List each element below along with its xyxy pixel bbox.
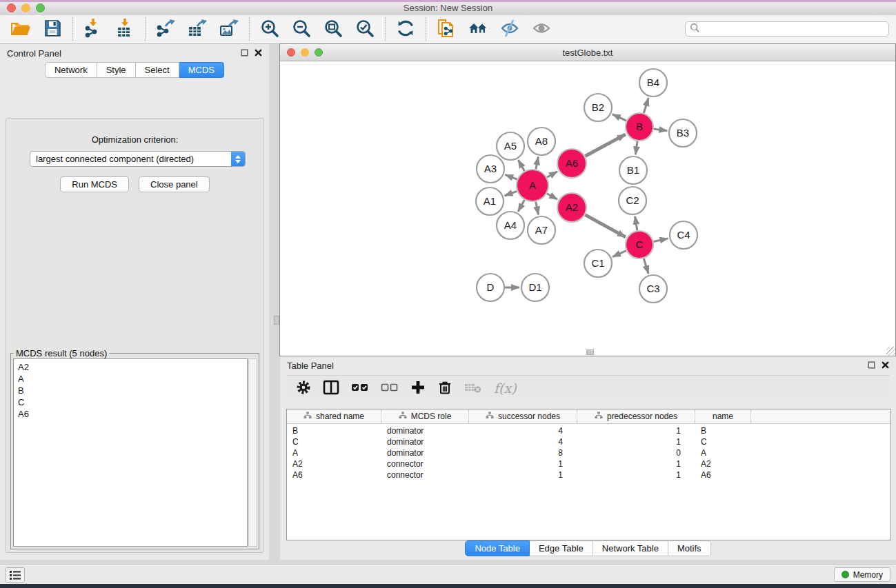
edge-A-A5[interactable] bbox=[518, 160, 524, 171]
float-panel-icon[interactable] bbox=[241, 48, 248, 59]
cell-predecessor-nodes[interactable]: 0 bbox=[577, 448, 695, 458]
canvas-hscroll-thumb[interactable] bbox=[586, 349, 594, 355]
cell-shared-name[interactable]: A6 bbox=[287, 470, 381, 480]
export-network-button[interactable] bbox=[153, 17, 178, 41]
network-graph[interactable]: A A1 A3 A5 A8 A4 A7 A6 A2 B B1 B2 B3 bbox=[280, 61, 895, 356]
mcds-result-item[interactable]: A bbox=[18, 373, 243, 385]
show-all-button[interactable] bbox=[529, 17, 554, 41]
memory-button[interactable]: Memory bbox=[834, 567, 890, 582]
show-columns-button[interactable] bbox=[323, 380, 339, 396]
node-D1[interactable]: D1 bbox=[521, 274, 549, 301]
dropdown-stepper-icon[interactable] bbox=[231, 151, 245, 167]
cell-predecessor-nodes[interactable]: 1 bbox=[577, 426, 695, 436]
table-row[interactable]: A6connector11A6 bbox=[287, 469, 890, 480]
close-panel-button[interactable]: Close panel bbox=[139, 176, 210, 192]
canvas-vscroll-thumb[interactable] bbox=[274, 316, 279, 325]
cell-shared-name[interactable]: A bbox=[287, 448, 381, 458]
table-options-button[interactable] bbox=[296, 380, 311, 396]
zoom-out-button[interactable] bbox=[289, 17, 314, 41]
import-network-button[interactable] bbox=[81, 17, 106, 41]
edge-B-B4[interactable] bbox=[644, 98, 648, 113]
node-A4[interactable]: A4 bbox=[497, 212, 524, 239]
node-A3[interactable]: A3 bbox=[477, 155, 504, 183]
cell-successor-nodes[interactable]: 4 bbox=[469, 437, 577, 447]
result-scrollbar[interactable] bbox=[248, 358, 257, 547]
open-session-button[interactable] bbox=[8, 17, 33, 41]
node-C1[interactable]: C1 bbox=[584, 250, 612, 277]
export-image-button[interactable] bbox=[217, 17, 241, 41]
cell-MCDS-role[interactable]: dominator bbox=[381, 437, 469, 447]
window-resize-grip[interactable] bbox=[886, 347, 895, 356]
edge-A-A3[interactable] bbox=[505, 174, 517, 179]
edge-B-B1[interactable] bbox=[635, 141, 637, 154]
node-A8[interactable]: A8 bbox=[528, 128, 555, 155]
column-header-name[interactable]: name bbox=[695, 409, 751, 423]
run-mcds-button[interactable]: Run MCDS bbox=[60, 176, 129, 192]
edge-C-C3[interactable] bbox=[644, 258, 648, 274]
tab-edge-table[interactable]: Edge Table bbox=[530, 540, 593, 556]
column-header-predecessor-nodes[interactable]: predecessor nodes bbox=[577, 409, 695, 423]
edge-A2-C[interactable] bbox=[585, 215, 626, 237]
edge-A6-B[interactable] bbox=[585, 134, 625, 156]
table-row[interactable]: A2connector11A2 bbox=[287, 458, 890, 469]
cell-shared-name[interactable]: C bbox=[287, 437, 381, 447]
mcds-result-item[interactable]: A6 bbox=[18, 408, 243, 420]
column-header-shared-name[interactable]: shared name bbox=[287, 409, 381, 423]
cell-MCDS-role[interactable]: connector bbox=[381, 459, 469, 469]
mcds-result-item[interactable]: B bbox=[18, 385, 243, 396]
column-header-successor-nodes[interactable]: successor nodes bbox=[469, 409, 577, 423]
search-box[interactable] bbox=[685, 21, 889, 37]
node-C3[interactable]: C3 bbox=[639, 275, 667, 303]
column-header-MCDS-role[interactable]: MCDS role bbox=[381, 409, 469, 423]
cell-successor-nodes[interactable]: 1 bbox=[469, 459, 577, 469]
node-A6[interactable]: A6 bbox=[557, 149, 586, 178]
edge-B-B3[interactable] bbox=[654, 129, 667, 131]
search-input[interactable] bbox=[700, 24, 884, 34]
apply-layout-button[interactable] bbox=[393, 17, 418, 41]
node-A2[interactable]: A2 bbox=[557, 193, 586, 222]
select-all-columns-button[interactable] bbox=[351, 380, 369, 396]
node-B1[interactable]: B1 bbox=[619, 156, 647, 184]
mcds-result-list[interactable]: A2ABCA6 bbox=[13, 358, 248, 547]
node-A1[interactable]: A1 bbox=[476, 187, 504, 215]
cell-shared-name[interactable]: B bbox=[287, 426, 381, 436]
cell-successor-nodes[interactable]: 1 bbox=[469, 470, 577, 480]
new-network-from-selection-button[interactable] bbox=[434, 17, 459, 41]
edge-C-C1[interactable] bbox=[613, 251, 626, 257]
node-A7[interactable]: A7 bbox=[528, 216, 555, 244]
node-B4[interactable]: B4 bbox=[639, 69, 667, 97]
close-table-panel-icon[interactable] bbox=[882, 361, 889, 371]
cell-name[interactable]: C bbox=[695, 437, 751, 447]
node-C[interactable]: C bbox=[626, 231, 653, 258]
deselect-all-columns-button[interactable] bbox=[381, 380, 399, 396]
cell-successor-nodes[interactable]: 8 bbox=[469, 448, 577, 458]
node-A[interactable]: A bbox=[517, 170, 548, 201]
tab-node-table[interactable]: Node Table bbox=[465, 540, 530, 556]
zoom-fit-button[interactable] bbox=[321, 17, 346, 41]
save-session-button[interactable] bbox=[40, 17, 65, 41]
table-row[interactable]: Bdominator41B bbox=[287, 425, 890, 436]
cell-name[interactable]: A6 bbox=[695, 470, 751, 480]
cell-MCDS-role[interactable]: dominator bbox=[381, 426, 469, 436]
tab-motifs[interactable]: Motifs bbox=[668, 540, 711, 556]
network-canvas[interactable]: A A1 A3 A5 A8 A4 A7 A6 A2 B B1 B2 B3 bbox=[280, 61, 895, 356]
cell-name[interactable]: A bbox=[695, 448, 751, 458]
export-table-button[interactable] bbox=[185, 17, 210, 41]
edge-A-A8[interactable] bbox=[536, 157, 539, 170]
cell-MCDS-role[interactable]: dominator bbox=[381, 448, 469, 458]
cell-predecessor-nodes[interactable]: 1 bbox=[577, 470, 695, 480]
tab-style[interactable]: Style bbox=[97, 62, 136, 78]
tab-network-table[interactable]: Network Table bbox=[593, 540, 668, 556]
node-C4[interactable]: C4 bbox=[670, 221, 697, 249]
criterion-dropdown[interactable]: largest connected component (directed) bbox=[30, 151, 246, 167]
edge-C-C2[interactable] bbox=[635, 216, 637, 231]
close-panel-icon[interactable] bbox=[255, 48, 262, 59]
table-row[interactable]: Adominator80A bbox=[287, 447, 890, 458]
tab-network[interactable]: Network bbox=[45, 62, 97, 78]
node-B[interactable]: B bbox=[626, 113, 653, 141]
network-window-titlebar[interactable]: testGlobe.txt bbox=[280, 44, 895, 61]
cell-shared-name[interactable]: A2 bbox=[287, 459, 381, 469]
node-B2[interactable]: B2 bbox=[584, 94, 612, 121]
cell-MCDS-role[interactable]: connector bbox=[381, 470, 469, 480]
cell-successor-nodes[interactable]: 4 bbox=[469, 426, 577, 436]
